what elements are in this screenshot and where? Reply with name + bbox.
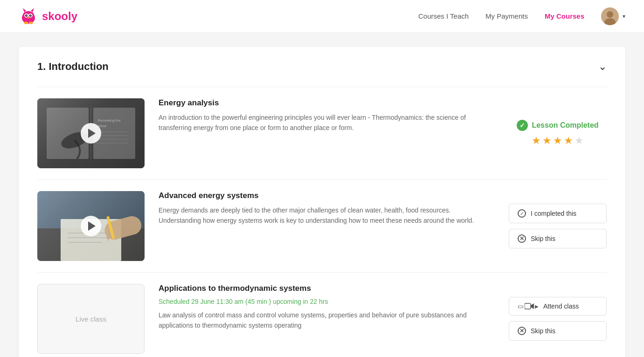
- completed-text: Lesson Completed: [532, 121, 598, 130]
- section-header: 1. Introduction ⌄: [37, 61, 607, 73]
- lesson-actions-live: Attend class ✕ Skip this: [509, 297, 607, 341]
- attend-class-button[interactable]: Attend class: [509, 297, 607, 316]
- svg-point-9: [30, 14, 31, 15]
- lesson-body-live: Applications to thermodynamic systems Sc…: [159, 284, 495, 331]
- svg-marker-35: [531, 303, 534, 309]
- svg-marker-2: [23, 8, 26, 12]
- lesson-thumb-advanced-energy[interactable]: [37, 191, 145, 261]
- lesson-row-live: Live class Applications to thermodynamic…: [37, 272, 607, 357]
- lesson-desc-advanced: Energy demands are deeply tied to the ot…: [159, 205, 495, 226]
- completed-label: ✓ Lesson Completed: [517, 120, 598, 131]
- star-3[interactable]: ★: [553, 135, 562, 147]
- navbar: skooly Courses I Teach My Payments My Co…: [0, 0, 644, 33]
- play-button[interactable]: [81, 123, 101, 144]
- section-card: 1. Introduction ⌄ Renewing the Mind: [19, 47, 625, 357]
- lesson-desc: An introduction to the powerful engineer…: [159, 112, 495, 133]
- nav-courses-teach[interactable]: Courses I Teach: [418, 12, 469, 20]
- owl-icon: [19, 7, 38, 26]
- lesson-row: Renewing the Mind Energy analysis An i: [37, 87, 607, 179]
- star-5[interactable]: ★: [575, 135, 584, 147]
- svg-text:Renewing the: Renewing the: [98, 118, 121, 123]
- collapse-icon[interactable]: ⌄: [598, 61, 607, 73]
- nav-my-payments[interactable]: My Payments: [485, 12, 528, 20]
- completed-state: ✓ Lesson Completed ★ ★ ★ ★ ★: [509, 120, 607, 147]
- nav-links: Courses I Teach My Payments My Courses ▾: [418, 7, 625, 25]
- skip-this-label: Skip this: [531, 235, 555, 242]
- skip-this-label-live: Skip this: [531, 327, 555, 335]
- check-circle-icon: ✓: [517, 120, 528, 131]
- check-circle-icon: ✓: [518, 209, 526, 218]
- stars-rating[interactable]: ★ ★ ★ ★ ★: [532, 135, 584, 147]
- avatar-image: [601, 7, 619, 25]
- svg-point-12: [29, 21, 33, 24]
- svg-point-8: [27, 14, 28, 15]
- svg-point-11: [24, 21, 28, 24]
- lesson-actions: ✓ Lesson Completed ★ ★ ★ ★ ★: [509, 120, 607, 147]
- lesson-title-advanced: Advanced energy systems: [159, 191, 495, 200]
- attend-class-label: Attend class: [543, 302, 579, 310]
- video-icon: [518, 302, 539, 310]
- lesson-title-live: Applications to thermodynamic systems: [159, 284, 495, 293]
- lesson-title: Energy analysis: [159, 98, 495, 108]
- lesson-body-advanced: Advanced energy systems Energy demands a…: [159, 191, 495, 226]
- x-circle-icon: ✕: [518, 234, 526, 243]
- main-content: 1. Introduction ⌄ Renewing the Mind: [0, 33, 644, 357]
- lesson-desc-live: Law analysis of control mass and control…: [159, 310, 495, 331]
- user-menu[interactable]: ▾: [601, 7, 625, 25]
- svg-rect-34: [525, 303, 531, 309]
- avatar: [601, 7, 619, 25]
- svg-point-14: [607, 11, 613, 18]
- lesson-actions-advanced: ✓ I completed this ✕ Skip this: [509, 204, 607, 248]
- star-1[interactable]: ★: [532, 135, 541, 147]
- completed-this-label: I completed this: [531, 210, 576, 217]
- star-2[interactable]: ★: [542, 135, 552, 147]
- lesson-thumb-energy-analysis[interactable]: Renewing the Mind: [37, 98, 145, 168]
- lesson-schedule: Scheduled 29 June 11:30 am (45 min ) upc…: [159, 298, 495, 305]
- logo[interactable]: skooly: [19, 7, 77, 26]
- live-class-label: Live class: [76, 315, 106, 323]
- play-button-advanced[interactable]: [81, 216, 101, 236]
- svg-marker-3: [31, 8, 34, 12]
- section-title: 1. Introduction: [37, 61, 109, 73]
- completed-this-button-advanced[interactable]: ✓ I completed this: [509, 204, 607, 223]
- skip-this-button-advanced[interactable]: ✕ Skip this: [509, 229, 607, 248]
- chevron-down-icon: ▾: [623, 13, 625, 20]
- x-circle-icon-live: ✕: [518, 327, 526, 335]
- svg-point-6: [25, 14, 28, 16]
- skip-this-button-live[interactable]: ✕ Skip this: [509, 321, 607, 341]
- lesson-body: Energy analysis An introduction to the p…: [159, 98, 495, 133]
- lesson-row: Advanced energy systems Energy demands a…: [37, 179, 607, 272]
- lesson-thumb-live: Live class: [37, 284, 145, 354]
- star-4[interactable]: ★: [564, 135, 573, 147]
- nav-my-courses[interactable]: My Courses: [545, 12, 584, 20]
- svg-point-7: [29, 14, 32, 16]
- logo-text: skooly: [42, 10, 77, 23]
